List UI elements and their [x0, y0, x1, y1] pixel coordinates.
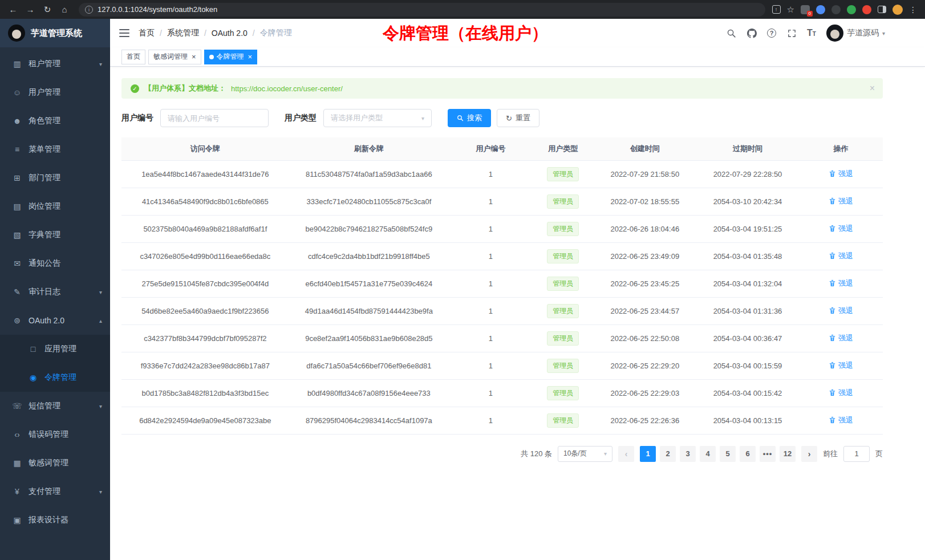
sidebar-item-department[interactable]: ⊞部门管理 [0, 164, 110, 192]
bookmark-star-icon[interactable]: ☆ [787, 5, 794, 15]
user-type-select[interactable]: 请选择用户类型 ▾ [323, 109, 432, 127]
browser-toolbar-right: ↑ ☆ 0 ⋮ [772, 5, 919, 15]
search-button[interactable]: 搜索 [448, 109, 491, 127]
sidebar-item-notice[interactable]: ✉通知公告 [0, 249, 110, 278]
browser-chrome: ← → ↻ ⌂ i 127.0.0.1:1024/system/oauth2/t… [0, 0, 925, 19]
sidebar-item-sms[interactable]: ☏短信管理▾ [0, 392, 110, 420]
user-id-input[interactable] [160, 109, 269, 127]
close-icon[interactable]: × [248, 53, 253, 60]
extension-icon[interactable]: 0 [801, 5, 810, 14]
force-logout-button[interactable]: 强退 [829, 196, 853, 206]
sidebar-item-dictionary[interactable]: ▧字典管理 [0, 221, 110, 249]
user-menu[interactable]: 芋道源码 ▾ [826, 25, 885, 42]
trash-icon [829, 334, 836, 342]
extension-icon[interactable] [816, 5, 825, 14]
force-logout-button[interactable]: 强退 [829, 360, 853, 371]
force-logout-button[interactable]: 强退 [829, 278, 853, 289]
home-icon[interactable]: ⌂ [57, 2, 72, 17]
create-time-cell: 2022-06-26 18:04:46 [594, 215, 696, 242]
url-bar[interactable]: i 127.0.0.1:1024/system/oauth2/token [79, 3, 765, 17]
site-info-icon[interactable]: i [85, 6, 93, 14]
sidebar-item-menu-list[interactable]: ≡菜单管理 [0, 135, 110, 164]
application-icon: □ [27, 344, 39, 354]
sidebar-item-oauth[interactable]: ⊚OAuth 2.0▴ [0, 306, 110, 335]
sidebar-item-payment[interactable]: ¥支付管理▾ [0, 477, 110, 506]
tab-token[interactable]: 令牌管理× [204, 50, 258, 64]
action-cell: 强退 [799, 270, 883, 297]
side-panel-icon[interactable] [878, 6, 886, 13]
expire-time-cell: 2054-03-04 00:15:42 [696, 379, 799, 407]
github-icon[interactable] [747, 28, 757, 38]
sidebar-item-application[interactable]: □应用管理 [0, 335, 110, 363]
back-icon[interactable]: ← [6, 2, 21, 17]
access-token-cell: c347026e805e4d99b0d116eae66eda8c [121, 242, 289, 270]
breadcrumb-item[interactable]: 首页 [139, 28, 155, 38]
close-icon[interactable]: × [870, 83, 875, 94]
next-page-button[interactable]: › [801, 446, 817, 462]
main-area: 首页/系统管理/OAuth 2.0/令牌管理 ? TT 芋道源码 ▾ [110, 19, 925, 560]
sidebar-item-token[interactable]: ◉令牌管理 [0, 363, 110, 392]
browser-profile-avatar[interactable] [892, 5, 903, 15]
page-button-5[interactable]: 5 [720, 446, 736, 462]
tab-sensitive-word[interactable]: 敏感词管理× [148, 50, 201, 64]
help-icon[interactable]: ? [767, 29, 776, 38]
extension-icon[interactable] [862, 5, 871, 14]
extension-icon[interactable] [847, 5, 856, 14]
page-button-1[interactable]: 1 [640, 446, 656, 462]
pagination-ellipsis[interactable]: ••• [760, 446, 776, 462]
fullscreen-icon[interactable] [786, 28, 797, 38]
user-type-badge: 管理员 [547, 194, 579, 209]
sidebar-item-audit-log[interactable]: ✎审计日志▾ [0, 278, 110, 306]
force-logout-button[interactable]: 强退 [829, 224, 853, 234]
page-button-12[interactable]: 12 [780, 446, 796, 462]
reset-button[interactable]: ↻ 重置 [497, 109, 539, 127]
sidebar-item-sensitive-word[interactable]: ▦敏感词管理 [0, 449, 110, 477]
forward-icon[interactable]: → [23, 2, 38, 17]
tenant-icon: ▥ [11, 59, 23, 68]
force-logout-button[interactable]: 强退 [829, 306, 853, 316]
page-button-4[interactable]: 4 [700, 446, 716, 462]
refresh-icon[interactable]: ↻ [40, 2, 55, 17]
table-row: c342377bf8b344799dcbf7bf095287f29ce8ef2a… [121, 324, 883, 352]
doc-link[interactable]: https://doc.iocoder.cn/user-center/ [231, 84, 343, 93]
extension-icon[interactable] [831, 5, 841, 14]
page-button-3[interactable]: 3 [680, 446, 696, 462]
breadcrumb-item[interactable]: OAuth 2.0 [212, 29, 248, 38]
sidebar-item-tenant[interactable]: ▥租户管理▾ [0, 50, 110, 78]
sidebar-item-user[interactable]: ☺用户管理 [0, 78, 110, 107]
sidebar-item-report-designer[interactable]: ▣报表设计器 [0, 506, 110, 534]
trash-icon [829, 225, 836, 232]
role-icon: ☻ [11, 116, 23, 125]
app-logo[interactable]: 芋道管理系统 [0, 19, 110, 47]
prev-page-button[interactable]: ‹ [618, 446, 634, 462]
collapse-sidebar-icon[interactable] [119, 29, 129, 38]
goto-page-input[interactable] [843, 446, 870, 462]
tab-home[interactable]: 首页 [121, 50, 145, 64]
search-icon[interactable] [726, 28, 736, 38]
refresh-token-cell: be90422b8c7946218275a508bf524fc9 [289, 215, 449, 242]
user-type-badge: 管理员 [547, 359, 579, 373]
breadcrumb-item[interactable]: 系统管理 [167, 28, 199, 38]
access-token-cell: 6d842e2924594de9a09e45e087323abe [121, 407, 289, 434]
force-logout-button[interactable]: 强退 [829, 169, 853, 179]
force-logout-button[interactable]: 强退 [829, 251, 853, 261]
close-icon[interactable]: × [192, 53, 196, 60]
action-cell: 强退 [799, 407, 883, 434]
browser-menu-icon[interactable]: ⋮ [909, 5, 917, 14]
sidebar-item-post[interactable]: ▤岗位管理 [0, 192, 110, 221]
trash-icon [829, 279, 836, 287]
force-logout-button[interactable]: 强退 [829, 333, 853, 343]
trash-icon [829, 416, 836, 424]
sidebar-item-role[interactable]: ☻角色管理 [0, 107, 110, 135]
sidebar-item-error-code[interactable]: ‹›错误码管理 [0, 420, 110, 449]
user-id-cell: 1 [449, 324, 533, 352]
doc-alert: ✓ 【用户体系】文档地址： https://doc.iocoder.cn/use… [121, 78, 883, 99]
page-size-select[interactable]: 10条/页 ▾ [558, 446, 612, 462]
share-icon[interactable]: ↑ [772, 5, 781, 14]
force-logout-button[interactable]: 强退 [829, 388, 853, 398]
force-logout-button[interactable]: 强退 [829, 415, 853, 425]
force-logout-label: 强退 [838, 306, 853, 316]
page-button-6[interactable]: 6 [740, 446, 756, 462]
page-button-2[interactable]: 2 [660, 446, 676, 462]
font-size-icon[interactable]: TT [807, 28, 816, 38]
